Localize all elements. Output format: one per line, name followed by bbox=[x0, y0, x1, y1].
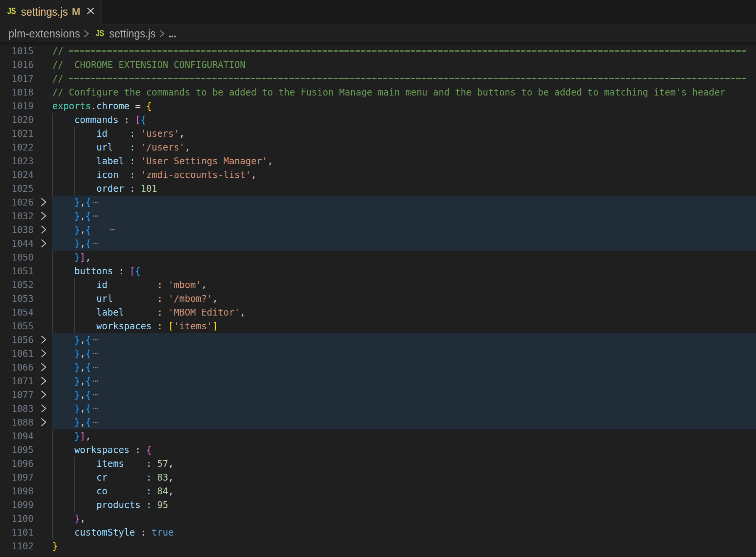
code-line-1054[interactable]: 1054 label : 'MBOM Editor', bbox=[0, 306, 756, 319]
code-line-1098[interactable]: 1098 co : 84, bbox=[0, 484, 756, 498]
code-line-1019[interactable]: 1019exports.chrome = { bbox=[0, 99, 756, 113]
fold-ellipsis-icon[interactable] bbox=[93, 388, 98, 402]
code-line-1088[interactable]: 1088 },{ bbox=[0, 416, 756, 429]
fold-ellipsis-icon[interactable] bbox=[93, 374, 98, 388]
fold-chevron-icon[interactable] bbox=[40, 239, 49, 248]
code-line-1077[interactable]: 1077 },{ bbox=[0, 388, 756, 402]
code-line-1026[interactable]: 1026 },{ bbox=[0, 196, 756, 209]
code-line-1066[interactable]: 1066 },{ bbox=[0, 361, 756, 374]
code-text: // bbox=[52, 72, 756, 86]
fold-ellipsis-icon[interactable] bbox=[93, 402, 98, 416]
code-line-1016[interactable]: 1016// CHOROME EXTENSION CONFIGURATION bbox=[0, 58, 756, 72]
code-line-1032[interactable]: 1032 },{ bbox=[0, 209, 756, 223]
line-number: 1053 bbox=[0, 292, 34, 306]
code-line-1053[interactable]: 1053 url : '/mbom?', bbox=[0, 292, 756, 306]
code-line-1018[interactable]: 1018// Configure the commands to be adde… bbox=[0, 86, 756, 99]
fold-chevron-icon[interactable] bbox=[40, 211, 49, 220]
code-line-1052[interactable]: 1052 id : 'mbom', bbox=[0, 278, 756, 292]
code-editor[interactable]: 1015// 1016// CHOROME EXTENSION CONFIGUR… bbox=[0, 42, 756, 557]
tab-settings-js[interactable]: JS settings.js M bbox=[0, 0, 102, 24]
fold-chevron-icon[interactable] bbox=[40, 198, 49, 207]
code-text: buttons : [{ bbox=[52, 264, 756, 278]
editor-lines: 1015// 1016// CHOROME EXTENSION CONFIGUR… bbox=[0, 44, 756, 553]
indent-guide bbox=[74, 498, 75, 512]
fold-ellipsis-icon[interactable] bbox=[93, 196, 98, 209]
code-text: },{ bbox=[52, 402, 756, 416]
code-text: // bbox=[52, 44, 756, 58]
code-text: icon : 'zmdi-accounts-list', bbox=[52, 168, 756, 182]
fold-chevron-icon[interactable] bbox=[40, 404, 49, 413]
indent-guide bbox=[52, 498, 53, 512]
code-line-1100[interactable]: 1100 }, bbox=[0, 512, 756, 526]
code-line-1024[interactable]: 1024 icon : 'zmdi-accounts-list', bbox=[0, 168, 756, 182]
line-number: 1038 bbox=[0, 223, 34, 237]
code-line-1099[interactable]: 1099 products : 95 bbox=[0, 498, 756, 512]
code-line-1023[interactable]: 1023 label : 'User Settings Manager', bbox=[0, 154, 756, 168]
code-line-1050[interactable]: 1050 }], bbox=[0, 251, 756, 264]
code-line-1017[interactable]: 1017// bbox=[0, 72, 756, 86]
close-icon[interactable] bbox=[87, 7, 94, 15]
breadcrumb-folder[interactable]: plm-extensions bbox=[8, 24, 80, 42]
fold-chevron-icon[interactable] bbox=[40, 349, 49, 358]
line-number: 1099 bbox=[0, 498, 34, 512]
indent-guide bbox=[74, 168, 75, 182]
code-line-1044[interactable]: 1044 },{ bbox=[0, 237, 756, 251]
line-number: 1083 bbox=[0, 402, 34, 416]
code-line-1096[interactable]: 1096 items : 57, bbox=[0, 457, 756, 471]
indent-guide bbox=[52, 443, 53, 457]
code-line-1061[interactable]: 1061 },{ bbox=[0, 347, 756, 361]
fold-chevron-icon[interactable] bbox=[40, 335, 49, 344]
code-text: },{ bbox=[52, 416, 756, 429]
fold-chevron-icon[interactable] bbox=[40, 225, 49, 234]
code-line-1022[interactable]: 1022 url : '/users', bbox=[0, 141, 756, 154]
modified-badge: M bbox=[72, 0, 81, 24]
code-text: workspaces : { bbox=[52, 443, 756, 457]
code-line-1101[interactable]: 1101 customStyle : true bbox=[0, 526, 756, 539]
code-line-1025[interactable]: 1025 order : 101 bbox=[0, 182, 756, 196]
code-line-1056[interactable]: 1056 },{ bbox=[0, 333, 756, 347]
code-line-1097[interactable]: 1097 cr : 83, bbox=[0, 471, 756, 484]
fold-ellipsis-icon[interactable] bbox=[93, 237, 98, 251]
line-number: 1032 bbox=[0, 209, 34, 223]
line-number: 1056 bbox=[0, 333, 34, 347]
code-line-1071[interactable]: 1071 },{ bbox=[0, 374, 756, 388]
breadcrumb-symbol-ellipsis[interactable] bbox=[169, 36, 177, 37]
code-line-1094[interactable]: 1094 }], bbox=[0, 429, 756, 443]
code-text: customStyle : true bbox=[52, 526, 756, 539]
fold-ellipsis-icon[interactable] bbox=[93, 347, 98, 361]
indent-guide bbox=[52, 251, 53, 264]
comment-dash-ruler bbox=[69, 44, 747, 58]
indent-guide bbox=[52, 154, 53, 168]
fold-ellipsis-icon[interactable] bbox=[93, 333, 98, 347]
fold-chevron-icon[interactable] bbox=[40, 390, 49, 399]
code-line-1095[interactable]: 1095 workspaces : { bbox=[0, 443, 756, 457]
code-text: exports.chrome = { bbox=[52, 99, 756, 113]
fold-ellipsis-icon[interactable] bbox=[93, 209, 98, 223]
fold-ellipsis-icon[interactable] bbox=[110, 223, 115, 237]
fold-chevron-icon[interactable] bbox=[40, 418, 49, 427]
code-line-1102[interactable]: 1102} bbox=[0, 539, 756, 553]
indent-guide bbox=[52, 512, 53, 526]
code-line-1015[interactable]: 1015// bbox=[0, 44, 756, 58]
tab-bar: JS settings.js M bbox=[0, 0, 756, 24]
line-number: 1097 bbox=[0, 471, 34, 484]
fold-ellipsis-icon[interactable] bbox=[93, 416, 98, 429]
code-line-1055[interactable]: 1055 workspaces : ['items'] bbox=[0, 319, 756, 333]
fold-chevron-icon[interactable] bbox=[40, 363, 49, 372]
line-number: 1052 bbox=[0, 278, 34, 292]
code-line-1021[interactable]: 1021 id : 'users', bbox=[0, 127, 756, 141]
code-text: },{ bbox=[52, 196, 756, 209]
breadcrumb-file[interactable]: settings.js bbox=[109, 24, 155, 42]
code-line-1038[interactable]: 1038 },{ bbox=[0, 223, 756, 237]
code-line-1083[interactable]: 1083 },{ bbox=[0, 402, 756, 416]
line-number: 1019 bbox=[0, 99, 34, 113]
indent-guide bbox=[52, 264, 53, 278]
fold-ellipsis-icon[interactable] bbox=[93, 361, 98, 374]
code-line-1051[interactable]: 1051 buttons : [{ bbox=[0, 264, 756, 278]
fold-chevron-icon[interactable] bbox=[40, 376, 49, 385]
vscode-window: JS settings.js M plm-extensions JS setti… bbox=[0, 0, 756, 557]
line-number: 1077 bbox=[0, 388, 34, 402]
code-line-1020[interactable]: 1020 commands : [{ bbox=[0, 113, 756, 127]
code-text: } bbox=[52, 539, 756, 553]
code-text: commands : [{ bbox=[52, 113, 756, 127]
